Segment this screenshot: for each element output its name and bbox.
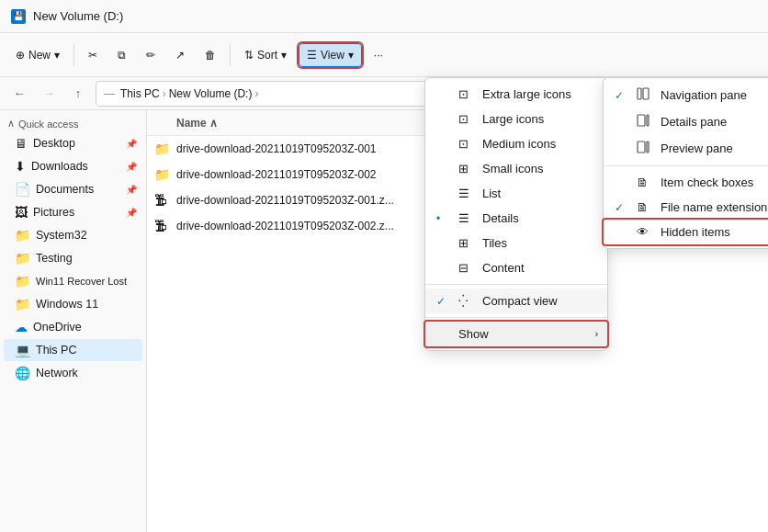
pictures-icon: 🖼 — [15, 205, 28, 220]
sidebar-item-windows11[interactable]: 📁 Windows 11 — [4, 293, 142, 315]
view-sep2 — [425, 317, 607, 318]
chevron-down-icon: ▾ — [54, 49, 60, 62]
content-icon: ⊟ — [458, 261, 473, 275]
sidebar-item-system32[interactable]: 📁 System32 — [4, 224, 142, 246]
pin-icon-pic: 📌 — [126, 208, 137, 218]
pin-icon: 📌 — [126, 139, 137, 149]
svg-rect-3 — [647, 115, 649, 126]
view-compact[interactable]: ✓ ⁛ Compact view — [425, 289, 607, 313]
sidebar-label-windows11: Windows 11 — [36, 298, 98, 311]
file-name-3: drive-download-20211019T095203Z-001.z... — [176, 194, 439, 207]
view-content[interactable]: ⊟ Content — [425, 255, 607, 280]
sidebar-label-documents: Documents — [36, 183, 94, 196]
nav-pane-icon — [637, 87, 651, 103]
view-large[interactable]: ⊡ Large icons — [425, 107, 607, 131]
sidebar-label-testing: Testing — [36, 252, 73, 265]
check-nav-pane: ✓ — [615, 89, 627, 102]
folder-testing-icon: 📁 — [15, 251, 30, 266]
network-icon: 🌐 — [15, 366, 30, 380]
file-ext-icon: 🗎 — [637, 200, 651, 214]
show-item-checkboxes[interactable]: 🗎 Item check boxes — [604, 170, 768, 195]
file-name-2: drive-download-20211019T095203Z-002 — [176, 168, 439, 181]
svg-rect-4 — [638, 141, 645, 153]
tiles-icon: ⊞ — [458, 236, 473, 250]
sidebar-item-pictures[interactable]: 🖼 Pictures 📌 — [4, 201, 142, 223]
sidebar-item-thispc[interactable]: 💻 This PC — [4, 339, 142, 361]
app-icon: 💾 — [11, 9, 26, 24]
list-label: List — [482, 187, 501, 200]
rename-button[interactable]: ✏ — [138, 43, 164, 67]
extra-large-label: Extra large icons — [482, 87, 571, 101]
sidebar-item-network[interactable]: 🌐 Network — [4, 362, 142, 384]
new-button[interactable]: ⊕ New ▾ — [7, 43, 68, 67]
content-label: Content — [482, 261, 525, 275]
show-preview-pane[interactable]: Preview pane — [604, 135, 768, 162]
window-title: New Volume (D:) — [33, 9, 123, 23]
sidebar: ∧ Quick access 🖥 Desktop 📌 ⬇ Downloads 📌… — [0, 110, 147, 532]
extra-large-icon: ⊡ — [458, 87, 473, 101]
view-tiles[interactable]: ⊞ Tiles — [425, 231, 607, 255]
view-details[interactable]: • ☰ Details — [425, 206, 607, 231]
delete-button[interactable]: 🗑 — [197, 43, 224, 67]
view-show[interactable]: Show › — [425, 322, 607, 346]
up-button[interactable]: ↑ — [66, 82, 90, 106]
view-list[interactable]: ☰ List — [425, 181, 607, 206]
sidebar-item-testing[interactable]: 📁 Testing — [4, 247, 142, 269]
details-pane-icon — [637, 114, 651, 130]
preview-pane-icon — [637, 141, 651, 156]
plus-icon: ⊕ — [16, 49, 25, 62]
forward-button[interactable]: → — [37, 82, 61, 106]
show-hidden-items[interactable]: 👁 Hidden items — [604, 220, 768, 244]
documents-icon: 📄 — [15, 182, 30, 197]
file-ext-label: File name extensions — [661, 200, 768, 214]
cut-icon: ✂ — [88, 49, 97, 62]
path-sep-1: › — [163, 87, 166, 100]
show-file-extensions[interactable]: ✓ 🗎 File name extensions — [604, 195, 768, 220]
rename-icon: ✏ — [146, 49, 155, 62]
details-pane-label: Details pane — [661, 115, 727, 129]
large-label: Large icons — [482, 112, 544, 126]
small-label: Small icons — [482, 162, 543, 175]
folder-icon-2: 📁 — [154, 167, 176, 182]
view-sep — [425, 284, 607, 285]
view-extra-large[interactable]: ⊡ Extra large icons — [425, 82, 607, 107]
show-nav-pane[interactable]: ✓ Navigation pane — [604, 82, 768, 108]
copy-button[interactable]: ⧉ — [109, 43, 134, 67]
view-icon: ☰ — [307, 49, 317, 62]
sidebar-item-desktop[interactable]: 🖥 Desktop 📌 — [4, 132, 142, 154]
sidebar-item-onedrive[interactable]: ☁ OneDrive — [4, 316, 142, 338]
zip-icon-1: 🗜 — [154, 193, 176, 208]
sidebar-item-downloads[interactable]: ⬇ Downloads 📌 — [4, 155, 142, 177]
share-icon: ↗ — [175, 49, 185, 62]
back-button[interactable]: ← — [7, 82, 31, 106]
hidden-label: Hidden items — [661, 225, 730, 239]
zip-icon-2: 🗜 — [154, 219, 176, 233]
show-details-pane[interactable]: Details pane — [604, 108, 768, 135]
sort-button[interactable]: ⇅ Sort ▾ — [236, 43, 295, 67]
tiles-label: Tiles — [482, 236, 507, 250]
sort-icon: ⇅ — [244, 49, 254, 62]
svg-rect-2 — [638, 115, 645, 126]
sidebar-item-documents[interactable]: 📄 Documents 📌 — [4, 178, 142, 200]
compact-label: Compact view — [482, 294, 558, 308]
cut-button[interactable]: ✂ — [80, 43, 106, 67]
sidebar-label-desktop: Desktop — [33, 137, 75, 150]
check-details: • — [436, 212, 449, 225]
details-icon: ☰ — [458, 211, 473, 225]
pin-icon-dl: 📌 — [126, 162, 137, 172]
path-volume: New Volume (D:) — [169, 87, 253, 100]
more-button[interactable]: ··· — [366, 43, 391, 67]
path-sep-2: › — [254, 87, 258, 100]
downloads-icon: ⬇ — [15, 159, 26, 174]
view-medium[interactable]: ⊡ Medium icons — [425, 131, 607, 156]
path-arrow: — — [104, 87, 115, 100]
more-icon: ··· — [374, 49, 383, 62]
share-button[interactable]: ↗ — [167, 43, 193, 67]
hidden-icon: 👁 — [637, 225, 651, 239]
col-name-header[interactable]: Name ∧ — [154, 117, 439, 130]
view-button[interactable]: ☰ View ▾ — [299, 43, 362, 67]
sidebar-label-network: Network — [36, 367, 78, 379]
view-small[interactable]: ⊞ Small icons — [425, 156, 607, 181]
sidebar-item-win11recover[interactable]: 📁 Win11 Recover Lost — [4, 270, 142, 292]
divider-1 — [73, 44, 74, 66]
